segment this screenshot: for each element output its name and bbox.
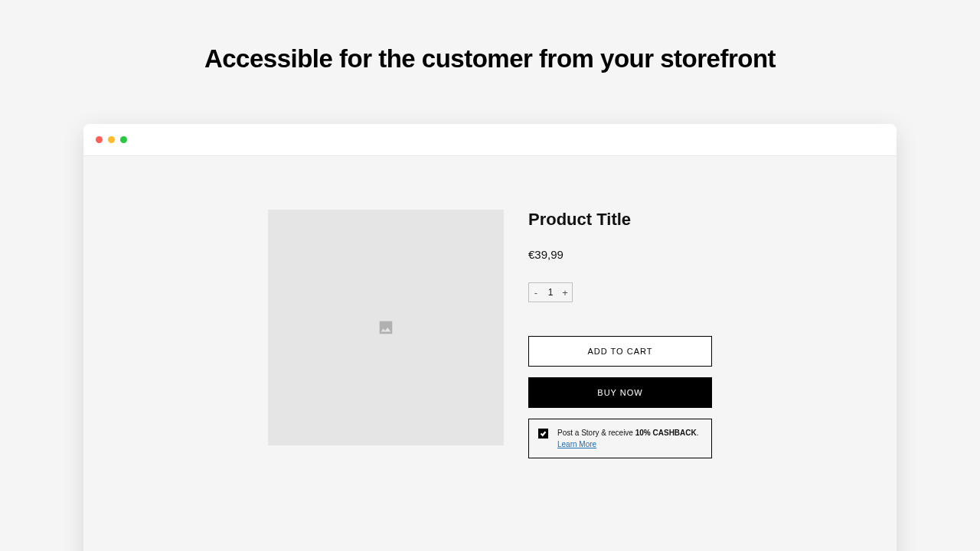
- page-headline: Accessible for the customer from your st…: [0, 0, 980, 73]
- cashback-offer-box: Post a Story & receive 10% CASHBACK. Lea…: [528, 419, 712, 458]
- maximize-window-icon[interactable]: [120, 136, 127, 143]
- product-title: Product Title: [528, 210, 712, 230]
- quantity-value: 1: [543, 287, 558, 298]
- learn-more-link[interactable]: Learn More: [557, 440, 596, 448]
- cashback-prefix: Post a Story & receive: [557, 429, 635, 437]
- cashback-highlight: 10% CASHBACK: [635, 429, 697, 437]
- add-to-cart-button[interactable]: ADD TO CART: [528, 336, 712, 367]
- product-layout: Product Title €39,99 - 1 + ADD TO CART B…: [268, 210, 712, 551]
- checkmark-icon: [540, 430, 547, 437]
- quantity-decrease-button[interactable]: -: [529, 283, 543, 302]
- cashback-text: Post a Story & receive 10% CASHBACK. Lea…: [557, 427, 699, 450]
- quantity-increase-button[interactable]: +: [558, 283, 572, 302]
- product-image-placeholder: [268, 210, 504, 445]
- image-icon: [377, 319, 394, 336]
- minimize-window-icon[interactable]: [108, 136, 115, 143]
- close-window-icon[interactable]: [96, 136, 103, 143]
- browser-window: Product Title €39,99 - 1 + ADD TO CART B…: [83, 124, 897, 551]
- browser-titlebar: [83, 124, 897, 156]
- product-details: Product Title €39,99 - 1 + ADD TO CART B…: [528, 210, 712, 551]
- buy-now-button[interactable]: BUY NOW: [528, 377, 712, 408]
- browser-viewport: Product Title €39,99 - 1 + ADD TO CART B…: [83, 156, 897, 551]
- product-price: €39,99: [528, 248, 712, 261]
- cashback-suffix: .: [697, 429, 699, 437]
- cashback-checkbox[interactable]: [538, 429, 548, 439]
- quantity-stepper[interactable]: - 1 +: [528, 282, 573, 302]
